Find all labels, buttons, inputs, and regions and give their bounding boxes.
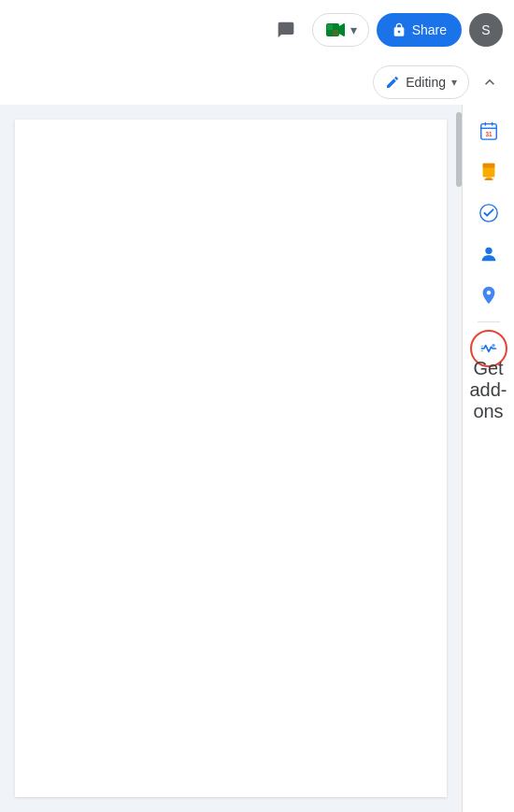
editing-bar: Editing ▾ <box>0 60 514 105</box>
svg-text:31: 31 <box>485 131 493 137</box>
share-label: Share <box>412 22 447 37</box>
svg-rect-4 <box>327 24 333 30</box>
tasks-icon <box>478 203 499 223</box>
sidebar-item-tasks[interactable] <box>470 194 507 232</box>
meet-chevron: ▾ <box>350 22 357 37</box>
document-page <box>15 120 447 797</box>
calendar-icon: 31 <box>478 121 499 141</box>
chevron-down-icon: ▾ <box>451 76 457 89</box>
sidebar-item-calendar[interactable]: 31 <box>470 112 507 150</box>
right-sidebar: 31 <box>462 105 514 812</box>
comment-button[interactable] <box>267 11 305 49</box>
svg-point-17 <box>492 344 494 347</box>
meet-icon <box>324 19 347 41</box>
editing-label: Editing <box>406 75 446 90</box>
main-area: 31 <box>0 105 514 812</box>
header: ▾ Share S <box>0 0 514 60</box>
plus-icon: Get add-ons <box>469 358 507 422</box>
avatar[interactable]: S <box>469 13 503 47</box>
contacts-icon <box>478 244 499 264</box>
maps-icon <box>478 285 499 306</box>
svg-rect-14 <box>482 164 494 168</box>
pencil-icon <box>385 75 400 90</box>
share-button[interactable]: Share <box>377 13 462 47</box>
editing-dropdown[interactable]: Editing ▾ <box>373 65 469 99</box>
add-addons-button[interactable]: Get add-ons <box>470 371 507 408</box>
comment-icon <box>277 21 295 39</box>
document-area <box>0 105 462 812</box>
lock-icon <box>392 22 407 37</box>
keep-icon <box>478 162 499 182</box>
svg-rect-13 <box>484 178 493 179</box>
sidebar-item-maps[interactable] <box>470 277 507 314</box>
sidebar-item-keep[interactable] <box>470 153 507 191</box>
svg-rect-5 <box>333 30 338 36</box>
meet-button[interactable]: ▾ <box>312 13 369 47</box>
collapse-button[interactable] <box>473 65 507 99</box>
chevron-up-icon <box>480 73 499 92</box>
sidebar-divider <box>478 321 500 322</box>
svg-point-16 <box>485 248 492 254</box>
scrollbar-track[interactable] <box>456 105 462 812</box>
sidebar-item-contacts[interactable] <box>470 235 507 273</box>
scrollbar-thumb[interactable] <box>456 112 462 187</box>
gemini-icon <box>479 339 498 358</box>
